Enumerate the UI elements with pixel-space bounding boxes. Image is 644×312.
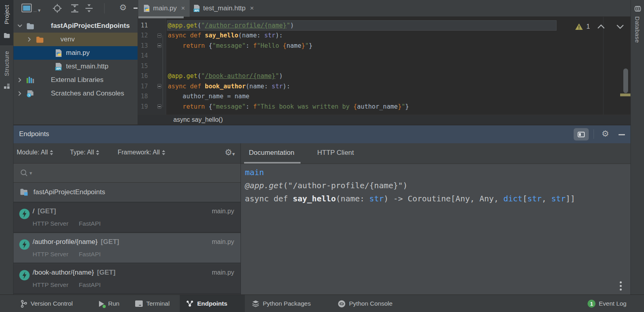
- stripe-structure[interactable]: Structure: [3, 51, 10, 76]
- toolwindow-endpoints[interactable]: Endpoints: [186, 295, 227, 312]
- panel-title: Endpoints: [19, 130, 49, 138]
- python-console-icon: [338, 300, 345, 308]
- dropdown-caret-icon[interactable]: ..▼: [33, 7, 42, 13]
- svg-text:API: API: [56, 67, 60, 70]
- collapse-all-icon[interactable]: [84, 4, 94, 13]
- chevron-down-icon[interactable]: [17, 24, 22, 27]
- code-line[interactable]: 19 return {"message": f"This book was wr…: [138, 101, 615, 112]
- project-view-icon[interactable]: [21, 4, 32, 12]
- toolwindow-python-console[interactable]: Python Console: [338, 295, 392, 312]
- tree-item-venv[interactable]: venv: [14, 33, 138, 46]
- locate-icon[interactable]: [52, 4, 62, 13]
- editor-vscrollbar[interactable]: [623, 68, 628, 93]
- endpoints-icon: [186, 300, 194, 307]
- tree-item-main-py[interactable]: main.py: [14, 46, 138, 60]
- chevron-right-icon[interactable]: [18, 91, 21, 96]
- fold-marker-icon[interactable]: [157, 43, 161, 48]
- fold-slot: [153, 84, 167, 88]
- settings-gear-icon[interactable]: ⚙: [119, 3, 127, 12]
- fold-marker-icon[interactable]: [157, 84, 161, 88]
- filter-module[interactable]: Module: All: [17, 149, 53, 156]
- endpoint-row-selected[interactable]: /author-profile/{name}[GET] main.py HTTP…: [14, 233, 241, 263]
- status-bar: Version Control Run Terminal Endpoints P…: [0, 294, 644, 312]
- gear-icon[interactable]: ⚙: [601, 129, 609, 138]
- endpoint-framework: FastAPI: [79, 220, 101, 227]
- editor-breadcrumb[interactable]: async say_hello(): [138, 115, 630, 125]
- search-caret-icon[interactable]: ▼: [29, 171, 33, 176]
- endpoint-method: [GET]: [101, 238, 119, 246]
- event-log[interactable]: 1 Event Log: [588, 295, 627, 312]
- right-toolwindow-bar: Database: [630, 0, 644, 294]
- endpoint-framework: FastAPI: [79, 281, 101, 288]
- filter-framework[interactable]: Framework: All: [118, 149, 165, 156]
- code-line[interactable]: 13 return {"message": f"Hello {name}"}: [138, 41, 615, 51]
- search-input[interactable]: [37, 170, 212, 177]
- python-file-icon: [55, 49, 62, 57]
- code-line[interactable]: 16@app.get("/book-author/{name}"): [138, 71, 615, 82]
- tree-item-test-main-http[interactable]: API test_main.http: [14, 60, 138, 73]
- line-number: 18: [138, 93, 153, 100]
- filter-type[interactable]: Type: All: [70, 149, 99, 156]
- http-file-icon: API: [55, 62, 62, 71]
- prev-warning-icon[interactable]: [597, 24, 605, 29]
- code-line[interactable]: 15: [138, 61, 615, 71]
- endpoint-row[interactable]: /book-author/{name}[GET] main.py HTTP Se…: [14, 264, 241, 294]
- toolwindow-python-packages[interactable]: Python Packages: [252, 295, 311, 312]
- stripe-project[interactable]: Project: [3, 5, 10, 24]
- code-line[interactable]: 18 author_name = name: [138, 92, 615, 102]
- database-icon: [634, 5, 641, 12]
- endpoints-root-row[interactable]: fastApiProjectEndpoints: [14, 183, 241, 203]
- layout-toggle-button[interactable]: [574, 128, 589, 140]
- toolwindow-terminal[interactable]: Terminal: [135, 295, 170, 312]
- endpoint-framework: FastAPI: [79, 251, 101, 257]
- doc-line: async def say_hello(name: str) -> Corout…: [245, 192, 575, 205]
- documentation-panel: Documentation HTTP Client main@app.get("…: [241, 143, 630, 294]
- endpoints-filter-bar: Module: All Type: All Framework: All ⚙▼: [14, 143, 241, 164]
- code-line[interactable]: 12async def say_hello(name: str):: [138, 31, 615, 41]
- expand-all-icon[interactable]: [70, 4, 80, 13]
- tab-main-py[interactable]: main.py ×: [138, 0, 190, 17]
- code-text: author_name = name: [167, 93, 249, 100]
- kebab-menu-icon[interactable]: [620, 281, 622, 291]
- tree-item-scratches[interactable]: Scratches and Consoles: [14, 87, 138, 100]
- endpoints-search[interactable]: ▼: [14, 164, 241, 183]
- code-line[interactable]: 11@app.get("/author-profile/{name}"): [138, 20, 615, 31]
- code-line[interactable]: 17async def book_author(name: str):: [138, 81, 615, 92]
- endpoint-path: /: [33, 207, 35, 215]
- terminal-icon: [135, 300, 143, 307]
- warning-stripe-mark[interactable]: [620, 94, 630, 96]
- code-text: return {"message": f"This book was writt…: [167, 103, 409, 110]
- fold-marker-icon[interactable]: [157, 104, 161, 109]
- breadcrumb-context: async say_hello(): [173, 116, 223, 123]
- search-icon: [20, 169, 28, 177]
- close-icon[interactable]: ×: [250, 4, 254, 12]
- tab-http-client[interactable]: HTTP Client: [317, 149, 354, 157]
- chevron-right-icon[interactable]: [18, 78, 21, 82]
- line-number: 12: [138, 32, 153, 39]
- fold-marker-icon[interactable]: [157, 33, 161, 38]
- code-line[interactable]: 14: [138, 51, 615, 61]
- filter-gear-icon[interactable]: ⚙▼: [225, 148, 236, 157]
- fold-slot: [153, 43, 167, 48]
- hide-icon[interactable]: [619, 134, 625, 135]
- tab-label: main.py: [153, 4, 177, 12]
- toolwindow-run[interactable]: Run: [99, 295, 119, 312]
- line-number: 14: [138, 52, 153, 59]
- stripe-database[interactable]: Database: [634, 16, 641, 43]
- toolwindow-version-control[interactable]: Version Control: [21, 295, 73, 312]
- code-editor[interactable]: 11@app.get("/author-profile/{name}")12as…: [138, 17, 630, 115]
- editor-hscrollbar[interactable]: [138, 16, 184, 18]
- folder-icon: [4, 33, 10, 38]
- tree-item-project-root[interactable]: fastApiProjectEndpoints: [14, 19, 138, 33]
- tab-documentation[interactable]: Documentation: [249, 149, 294, 157]
- next-warning-icon[interactable]: [616, 24, 624, 29]
- editor-tabbar: main.py × API test_main.http ×: [138, 0, 630, 17]
- close-icon[interactable]: ×: [181, 4, 185, 12]
- tab-test-main-http[interactable]: API test_main.http ×: [188, 0, 259, 17]
- fold-slot: [153, 104, 167, 109]
- tree-item-external-libraries[interactable]: External Libraries: [14, 73, 138, 87]
- line-number: 13: [138, 42, 153, 49]
- chevron-right-icon[interactable]: [28, 37, 31, 42]
- endpoint-row[interactable]: /[GET] main.py HTTP ServerFastAPI: [14, 203, 241, 233]
- running-indicator: [103, 305, 106, 308]
